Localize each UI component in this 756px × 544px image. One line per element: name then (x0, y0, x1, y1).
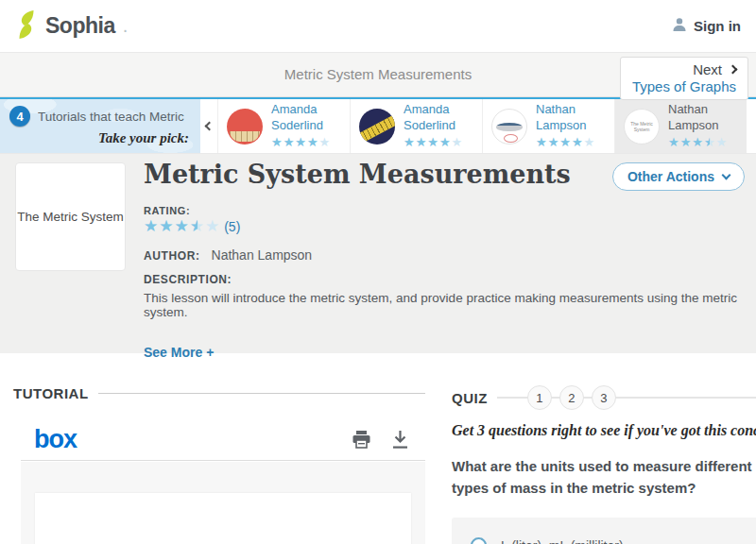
carousel-prev-button[interactable] (200, 99, 217, 153)
chevron-right-icon (729, 65, 738, 75)
quiz-step-3: 3 (592, 385, 616, 410)
next-lesson-button[interactable]: Next Types of Graphs (620, 57, 748, 100)
description-label: DESCRIPTION: (144, 273, 756, 286)
download-button[interactable] (392, 431, 408, 449)
divider (98, 393, 425, 394)
carousel-tagline: Take your pick: (9, 130, 193, 146)
lesson-thumbnail-label: The Metric System (17, 210, 124, 224)
printer-icon (352, 431, 371, 449)
print-button[interactable] (352, 431, 371, 449)
other-actions-label: Other Actions (627, 169, 714, 184)
rating-count-link[interactable]: (5) (224, 219, 240, 234)
quiz-answer-option[interactable]: L (liter), mL (milliliter) (452, 518, 756, 544)
radio-button-icon[interactable] (471, 537, 487, 544)
other-actions-button[interactable]: Other Actions (612, 162, 745, 191)
sophia-leaf-icon (15, 10, 38, 42)
quiz-step-2: 2 (559, 385, 584, 410)
tutorial-card[interactable]: Amanda Soderlind ★★★★★★★★★★ (350, 99, 482, 153)
title-bar: Metric System Measurements Next Types of… (0, 53, 756, 97)
next-label: Next (693, 61, 722, 77)
tutorial-avatar (227, 109, 263, 144)
see-more-link[interactable]: See More + (144, 345, 214, 360)
tutorial-author-link[interactable]: Amanda Soderlind (271, 102, 344, 133)
tutorial-count-badge: 4 (9, 106, 30, 127)
brand-dot: . (123, 15, 129, 37)
tutorial-author-link[interactable]: Nathan Lampson (536, 102, 609, 133)
tutorial-author-link[interactable]: Amanda Soderlind (404, 102, 476, 133)
avatar-label: The Metric System (625, 121, 659, 132)
document-preview-frame (21, 462, 425, 544)
author-name: Nathan Lampson (212, 247, 313, 263)
divider (21, 460, 425, 461)
quiz-question: What are the units used to measure diffe… (452, 455, 756, 500)
tutorial-author-label: Nathan Lampson (668, 102, 741, 133)
document-page[interactable] (35, 493, 411, 544)
star-rating: ★★★★★★★★★★ (536, 136, 595, 148)
star-rating: ★★★★★★★★★★ (271, 136, 331, 148)
description-text: This lesson will introduce the metric sy… (144, 291, 756, 319)
box-logo[interactable]: box (34, 427, 77, 452)
rating-label: RATING: (144, 205, 756, 216)
download-icon (392, 431, 408, 449)
quiz-step-1: 1 (527, 385, 552, 410)
star-rating: ★★★★★★★★★★ (668, 136, 728, 148)
tutorial-section-title: TUTORIAL (13, 385, 89, 401)
quiz-progress: 1 2 3 (497, 385, 756, 410)
carousel-intro: 4 Tutorials that teach Metric System Mea… (0, 99, 200, 153)
box-viewer-toolbar: box (21, 427, 425, 452)
chevron-down-icon (722, 171, 731, 180)
tutorial-card-active[interactable]: The Metric System Nathan Lampson ★★★★★★★… (614, 99, 747, 153)
tutorial-card[interactable]: Amanda Soderlind ★★★★★★★★★★ (217, 99, 350, 153)
tutorial-carousel: 4 Tutorials that teach Metric System Mea… (0, 97, 756, 154)
brand-name: Sophia (45, 13, 115, 39)
top-header: Sophia . Sign in (0, 0, 756, 53)
tutorial-card[interactable]: Nathan Lampson ★★★★★★★★★★ (482, 99, 614, 153)
content-columns: TUTORIAL box (0, 353, 756, 544)
lesson-summary: The Metric System Metric System Measurem… (0, 154, 756, 353)
author-label: AUTHOR: (144, 249, 200, 263)
quiz-column: QUIZ 1 2 3 Get 3 questions right to see … (452, 385, 756, 544)
carousel-next-button[interactable] (747, 99, 756, 153)
carousel-heading: Tutorials that teach Metric System Measu… (38, 110, 187, 124)
lesson-star-rating: ★★★★★★★★★★ (144, 218, 220, 234)
tutorial-column: TUTORIAL box (13, 385, 425, 544)
tutorial-avatar (359, 109, 395, 144)
tutorial-avatar (491, 109, 527, 144)
lesson-thumbnail: The Metric System (15, 162, 126, 271)
answer-option-label: L (liter), mL (milliliter) (501, 538, 624, 544)
sign-in-label: Sign in (694, 18, 741, 34)
chevron-left-icon (204, 122, 214, 131)
person-icon (672, 17, 687, 36)
carousel-cards: Amanda Soderlind ★★★★★★★★★★ Amanda Soder… (217, 99, 747, 153)
sophia-logo[interactable]: Sophia . (15, 10, 128, 42)
star-rating: ★★★★★★★★★★ (404, 136, 463, 148)
next-lesson-link[interactable]: Types of Graphs (632, 78, 736, 94)
tutorial-avatar: The Metric System (624, 109, 660, 144)
quiz-tagline: Get 3 questions right to see if you've g… (452, 422, 756, 439)
quiz-section-title: QUIZ (452, 390, 488, 406)
sign-in-button[interactable]: Sign in (672, 17, 741, 36)
